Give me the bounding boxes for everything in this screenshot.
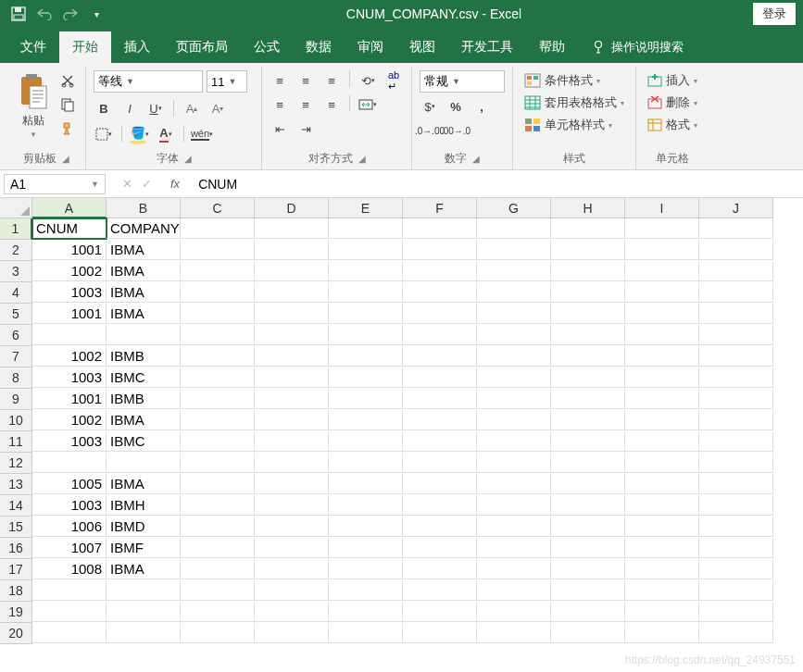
cell-B6[interactable] bbox=[107, 325, 181, 345]
cell-I5[interactable] bbox=[625, 304, 699, 324]
cell-A7[interactable]: 1002 bbox=[32, 346, 107, 367]
cell-A18[interactable] bbox=[32, 580, 107, 601]
border-icon[interactable]: ▾ bbox=[94, 124, 114, 144]
align-center-icon[interactable]: ≡ bbox=[295, 94, 316, 115]
cell-B15[interactable]: IBMD bbox=[107, 516, 181, 537]
cell-J12[interactable] bbox=[699, 453, 773, 473]
cell-F10[interactable] bbox=[403, 410, 477, 430]
cell-J16[interactable] bbox=[699, 538, 773, 558]
cell-H2[interactable] bbox=[551, 240, 625, 260]
name-box[interactable]: A1▼ bbox=[4, 174, 106, 194]
cell-D5[interactable] bbox=[255, 304, 329, 324]
cell-I18[interactable] bbox=[625, 580, 699, 601]
cell-H9[interactable] bbox=[551, 389, 625, 409]
cell-E10[interactable] bbox=[329, 410, 403, 430]
row-header-16[interactable]: 16 bbox=[0, 538, 32, 559]
cell-F8[interactable] bbox=[403, 367, 477, 388]
tab-文件[interactable]: 文件 bbox=[7, 31, 59, 63]
cell-H3[interactable] bbox=[551, 261, 625, 281]
cell-H17[interactable] bbox=[551, 559, 625, 579]
table-format-button[interactable]: 套用表格格式▾ bbox=[521, 93, 628, 113]
cell-D2[interactable] bbox=[255, 240, 329, 260]
cell-C17[interactable] bbox=[181, 559, 255, 579]
cell-E15[interactable] bbox=[329, 516, 403, 537]
underline-button[interactable]: U ▾ bbox=[145, 98, 166, 118]
cell-F11[interactable] bbox=[403, 431, 477, 452]
cell-J3[interactable] bbox=[699, 261, 773, 281]
cell-C20[interactable] bbox=[181, 623, 255, 643]
cell-F15[interactable] bbox=[403, 516, 477, 537]
cell-I11[interactable] bbox=[625, 431, 699, 452]
row-header-1[interactable]: 1 bbox=[0, 218, 32, 240]
cell-H11[interactable] bbox=[551, 431, 625, 452]
row-header-8[interactable]: 8 bbox=[0, 367, 32, 389]
cell-E11[interactable] bbox=[329, 431, 403, 452]
cell-D16[interactable] bbox=[255, 538, 329, 558]
col-header-E[interactable]: E bbox=[329, 198, 403, 218]
cell-G4[interactable] bbox=[477, 282, 551, 303]
cell-F6[interactable] bbox=[403, 325, 477, 345]
cell-I3[interactable] bbox=[625, 261, 699, 281]
cell-A8[interactable]: 1003 bbox=[32, 367, 107, 388]
cell-F20[interactable] bbox=[403, 623, 477, 643]
cell-I10[interactable] bbox=[625, 410, 699, 430]
row-header-17[interactable]: 17 bbox=[0, 559, 32, 580]
col-header-J[interactable]: J bbox=[699, 198, 773, 218]
cell-E9[interactable] bbox=[329, 389, 403, 409]
cell-A16[interactable]: 1007 bbox=[32, 538, 107, 558]
cell-H18[interactable] bbox=[551, 580, 625, 601]
cell-C7[interactable] bbox=[181, 346, 255, 367]
dialog-launcher-icon[interactable]: ◢ bbox=[472, 154, 480, 164]
cell-A5[interactable]: 1001 bbox=[32, 304, 107, 324]
cell-H20[interactable] bbox=[551, 623, 625, 643]
font-size-select[interactable]: 11▼ bbox=[207, 70, 247, 93]
cell-D18[interactable] bbox=[255, 580, 329, 601]
tab-页面布局[interactable]: 页面布局 bbox=[163, 31, 241, 63]
conditional-format-button[interactable]: 条件格式▾ bbox=[521, 70, 628, 91]
font-name-select[interactable]: 等线▼ bbox=[94, 70, 203, 93]
tab-审阅[interactable]: 审阅 bbox=[345, 31, 396, 63]
cell-C18[interactable] bbox=[181, 580, 255, 601]
align-right-icon[interactable]: ≡ bbox=[321, 94, 342, 115]
cell-C6[interactable] bbox=[181, 325, 255, 345]
cell-J6[interactable] bbox=[699, 325, 773, 345]
cell-F17[interactable] bbox=[403, 559, 477, 579]
cell-A3[interactable]: 1002 bbox=[32, 261, 107, 281]
cell-G12[interactable] bbox=[477, 453, 551, 473]
bold-button[interactable]: B bbox=[94, 98, 114, 118]
row-header-6[interactable]: 6 bbox=[0, 325, 32, 346]
tab-数据[interactable]: 数据 bbox=[293, 31, 345, 63]
qat-customize-icon[interactable]: ▾ bbox=[87, 5, 106, 23]
cell-A14[interactable]: 1003 bbox=[32, 495, 107, 516]
cell-H13[interactable] bbox=[551, 474, 625, 494]
format-cells-button[interactable]: 格式▾ bbox=[644, 115, 701, 135]
cell-C11[interactable] bbox=[181, 431, 255, 452]
cell-A19[interactable] bbox=[32, 602, 107, 622]
cell-G17[interactable] bbox=[477, 559, 551, 579]
cell-E17[interactable] bbox=[329, 559, 403, 579]
cell-E6[interactable] bbox=[329, 325, 403, 345]
cell-C1[interactable] bbox=[181, 218, 255, 239]
cell-B11[interactable]: IBMC bbox=[107, 431, 181, 452]
redo-icon[interactable] bbox=[61, 5, 80, 23]
align-top-icon[interactable]: ≡ bbox=[270, 70, 290, 91]
cell-A12[interactable] bbox=[32, 453, 107, 473]
cell-F4[interactable] bbox=[403, 282, 477, 303]
shrink-font-icon[interactable]: A▾ bbox=[207, 98, 228, 118]
cell-G19[interactable] bbox=[477, 602, 551, 622]
cell-F7[interactable] bbox=[403, 346, 477, 367]
tab-视图[interactable]: 视图 bbox=[396, 31, 448, 63]
cell-J8[interactable] bbox=[699, 367, 773, 388]
cell-F19[interactable] bbox=[403, 602, 477, 622]
cell-I12[interactable] bbox=[625, 453, 699, 473]
cell-F5[interactable] bbox=[403, 304, 477, 324]
cell-C2[interactable] bbox=[181, 240, 255, 260]
delete-cells-button[interactable]: 删除▾ bbox=[644, 93, 701, 113]
align-bottom-icon[interactable]: ≡ bbox=[321, 70, 342, 91]
percent-icon[interactable]: % bbox=[445, 96, 466, 117]
cell-C5[interactable] bbox=[181, 304, 255, 324]
cell-D1[interactable] bbox=[255, 218, 329, 239]
indent-right-icon[interactable]: ⇥ bbox=[295, 118, 316, 139]
cell-H4[interactable] bbox=[551, 282, 625, 303]
cell-E18[interactable] bbox=[329, 580, 403, 601]
